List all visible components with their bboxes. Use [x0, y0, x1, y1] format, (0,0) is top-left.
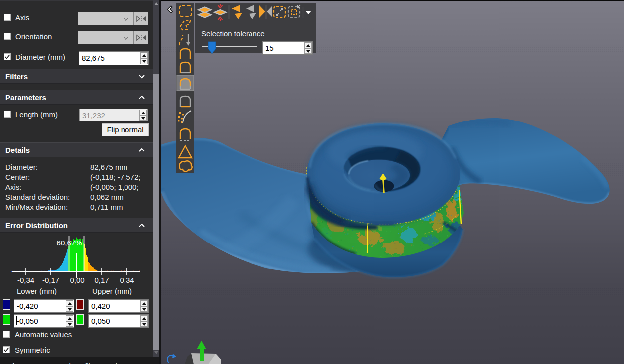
svg-text:-0,17: -0,17 — [42, 276, 59, 284]
svg-text:60,67%: 60,67% — [57, 239, 82, 247]
svg-text:-0,34: -0,34 — [17, 276, 34, 284]
svg-text:0,34: 0,34 — [120, 276, 134, 284]
svg-text:0,00: 0,00 — [70, 276, 84, 284]
svg-text:0,17: 0,17 — [94, 276, 109, 284]
